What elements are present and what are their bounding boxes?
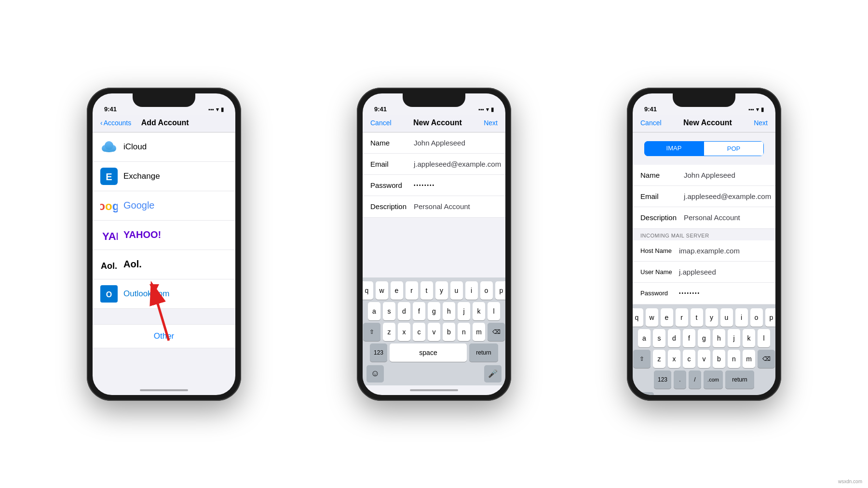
mic-button-2[interactable]: 🎤 (484, 365, 502, 382)
key-l[interactable]: l (488, 302, 500, 320)
key-f[interactable]: f (413, 302, 425, 320)
key-u[interactable]: u (450, 281, 463, 300)
key-r[interactable]: r (406, 281, 418, 300)
form-row-pwd-3[interactable]: Password •••••••• (633, 283, 775, 304)
key-h-3[interactable]: h (713, 329, 725, 347)
form-row-email[interactable]: Email j.appleseed@example.com (363, 154, 505, 175)
list-item[interactable]: Aol. Aol. (93, 250, 235, 279)
key-m[interactable]: m (473, 323, 485, 341)
list-item[interactable]: iCloud (93, 132, 235, 162)
keyboard-row-1-3: q w e r t y u i o p (635, 308, 773, 327)
key-u-3[interactable]: u (720, 308, 733, 327)
key-v[interactable]: v (428, 323, 440, 341)
key-v-3[interactable]: v (698, 350, 710, 368)
key-k-3[interactable]: k (743, 329, 755, 347)
key-return[interactable]: return (469, 343, 498, 362)
cancel-button-2[interactable]: Cancel (370, 119, 392, 127)
key-z-3[interactable]: z (653, 350, 665, 368)
key-t-3[interactable]: t (691, 308, 703, 327)
form-row-name[interactable]: Name John Appleseed (363, 132, 505, 154)
list-item[interactable]: Other (93, 324, 235, 348)
key-q[interactable]: q (363, 281, 373, 300)
key-q-3[interactable]: q (633, 308, 643, 327)
key-num[interactable]: 123 (370, 343, 387, 362)
key-period-3[interactable]: . (674, 370, 686, 389)
key-i[interactable]: i (465, 281, 478, 300)
key-s-3[interactable]: s (653, 329, 665, 347)
key-n-3[interactable]: n (728, 350, 740, 368)
key-n[interactable]: n (458, 323, 470, 341)
form-row-email-3[interactable]: Email j.appleseed@example.com (633, 186, 775, 207)
list-item[interactable]: E Exchange (93, 162, 235, 191)
key-p[interactable]: p (495, 281, 506, 300)
key-b[interactable]: b (443, 323, 455, 341)
keyboard-3[interactable]: q w e r t y u i o p a s d f g h (633, 304, 775, 395)
key-t[interactable]: t (420, 281, 433, 300)
key-s[interactable]: s (383, 302, 395, 320)
key-a[interactable]: a (368, 302, 380, 320)
key-slash-3[interactable]: / (689, 370, 701, 389)
key-g-3[interactable]: g (698, 329, 710, 347)
key-a-3[interactable]: a (638, 329, 651, 347)
key-e[interactable]: e (391, 281, 403, 300)
key-return-3[interactable]: return (725, 370, 754, 389)
form-row-desc-3[interactable]: Description Personal Account (633, 207, 775, 228)
key-delete[interactable]: ⌫ (488, 323, 505, 341)
key-y[interactable]: y (435, 281, 448, 300)
key-z[interactable]: z (383, 323, 395, 341)
key-g[interactable]: g (428, 302, 440, 320)
key-m-3[interactable]: m (743, 350, 755, 368)
key-space[interactable]: space (390, 343, 467, 362)
form-row-username[interactable]: User Name j.appleseed (633, 262, 775, 283)
form-row-description[interactable]: Description Personal Account (363, 196, 505, 217)
key-i-3[interactable]: i (735, 308, 748, 327)
key-shift[interactable]: ⇧ (363, 323, 380, 341)
back-button-1[interactable]: ‹ Accounts (100, 119, 131, 127)
key-d[interactable]: d (398, 302, 410, 320)
keyboard-2[interactable]: q w e r t y u i o p a s d f g h (363, 277, 505, 385)
key-j[interactable]: j (458, 302, 470, 320)
list-item[interactable]: O Outlook.com (93, 279, 235, 309)
yahoo-label: YAHOO! (123, 229, 161, 240)
form-row-password[interactable]: Password •••••••• (363, 175, 505, 196)
key-w-3[interactable]: w (646, 308, 658, 327)
key-f-3[interactable]: f (683, 329, 695, 347)
key-num-3[interactable]: 123 (654, 370, 671, 389)
key-e-3[interactable]: e (661, 308, 673, 327)
key-o-3[interactable]: o (750, 308, 763, 327)
key-w[interactable]: w (376, 281, 388, 300)
imap-button[interactable]: IMAP (644, 141, 704, 156)
key-y-3[interactable]: y (705, 308, 718, 327)
key-r-3[interactable]: r (676, 308, 688, 327)
key-k[interactable]: k (473, 302, 485, 320)
key-dotcom-3[interactable]: .com (704, 370, 723, 389)
emoji-button-2[interactable]: ☺ (366, 365, 384, 382)
list-item[interactable]: YAHOO! YAHOO! (93, 221, 235, 250)
list-item[interactable]: Google Google (93, 191, 235, 221)
key-x-3[interactable]: x (668, 350, 680, 368)
key-shift-3[interactable]: ⇧ (633, 350, 651, 368)
battery-icon: ▮ (491, 106, 494, 113)
next-button-2[interactable]: Next (484, 119, 498, 127)
key-b-3[interactable]: b (713, 350, 725, 368)
key-delete-3[interactable]: ⌫ (758, 350, 775, 368)
emoji-button-3[interactable]: ☺ (637, 392, 654, 395)
next-button-3[interactable]: Next (754, 119, 768, 127)
signal-icon: ▪▪▪ (478, 106, 484, 112)
notch-3 (673, 93, 735, 107)
key-c-3[interactable]: c (683, 350, 695, 368)
key-l-3[interactable]: l (758, 329, 770, 347)
key-d-3[interactable]: d (668, 329, 680, 347)
phone-2: 9:41 ▪▪▪ ▾ ▮ Cancel New Account Next Nam… (357, 88, 511, 401)
cancel-button-3[interactable]: Cancel (640, 119, 662, 127)
key-p-3[interactable]: p (765, 308, 776, 327)
signal-icon: ▪▪▪ (748, 106, 754, 112)
key-j-3[interactable]: j (728, 329, 740, 347)
form-row-hostname[interactable]: Host Name imap.example.com (633, 240, 775, 262)
pop-button[interactable]: POP (704, 141, 764, 156)
key-c[interactable]: c (413, 323, 425, 341)
form-row-name-3[interactable]: Name John Appleseed (633, 165, 775, 186)
key-o[interactable]: o (480, 281, 493, 300)
key-h[interactable]: h (443, 302, 455, 320)
key-x[interactable]: x (398, 323, 410, 341)
